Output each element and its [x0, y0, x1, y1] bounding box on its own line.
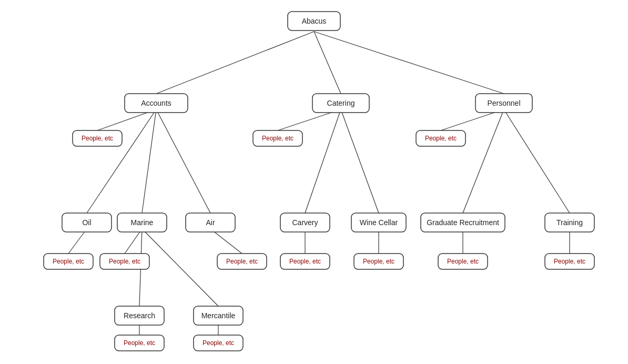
research-label: Research	[124, 311, 155, 320]
line-catering-winecellar	[341, 109, 379, 213]
line-oil-people	[68, 229, 87, 254]
line-catering-carvery	[305, 109, 341, 213]
oil-people-label: People, etc	[53, 258, 84, 265]
training-people-label: People, etc	[554, 258, 585, 265]
carvery-label: Carvery	[292, 218, 318, 227]
wine-cellar-people-label: People, etc	[363, 258, 394, 265]
marine-people-label: People, etc	[109, 258, 140, 265]
line-accounts-oil	[87, 109, 156, 213]
abacus-label: Abacus	[302, 17, 327, 25]
line-accounts-marine	[142, 109, 156, 213]
line-air-people	[210, 229, 242, 254]
carvery-people-label: People, etc	[289, 258, 321, 265]
wine-cellar-label: Wine Cellar	[360, 218, 398, 227]
line-abacus-accounts	[156, 32, 314, 94]
catering-people-label: People, etc	[262, 135, 293, 142]
line-abacus-catering	[314, 32, 341, 94]
mercantile-label: Mercantile	[201, 311, 236, 320]
air-people-label: People, etc	[226, 258, 258, 265]
line-abacus-personnel	[314, 32, 504, 94]
personnel-people-label: People, etc	[425, 135, 457, 142]
grad-recruitment-label: Graduate Recruitment	[427, 218, 499, 227]
grad-people-label: People, etc	[447, 258, 479, 265]
line-accounts-air	[156, 109, 210, 213]
accounts-people-label: People, etc	[82, 135, 113, 142]
org-chart: Abacus Accounts People, etc Catering Peo…	[0, 0, 628, 364]
training-label: Training	[556, 218, 583, 227]
research-people-label: People, etc	[124, 339, 155, 347]
marine-label: Marine	[131, 218, 154, 227]
catering-label: Catering	[327, 99, 355, 107]
mercantile-people-label: People, etc	[202, 339, 234, 347]
personnel-label: Personnel	[487, 99, 520, 107]
oil-label: Oil	[82, 218, 91, 227]
line-personnel-grad	[463, 109, 504, 213]
line-personnel-training	[504, 109, 570, 213]
air-label: Air	[206, 218, 215, 227]
accounts-label: Accounts	[141, 99, 171, 107]
line-marine-people1	[125, 229, 142, 254]
line-marine-mercantile	[142, 229, 218, 306]
